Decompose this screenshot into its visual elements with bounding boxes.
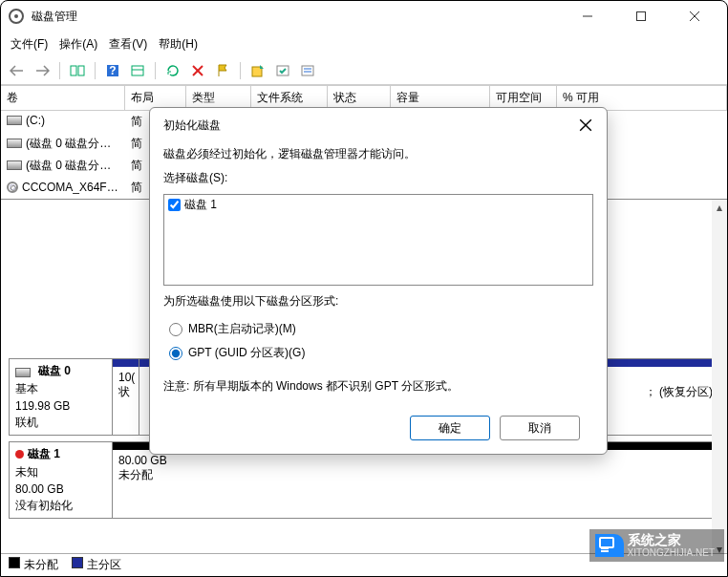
app-icon [9,9,24,24]
toolbar-back-button[interactable] [7,60,28,81]
select-disk-label: 选择磁盘(S): [163,170,593,186]
toolbar-newvol-button[interactable] [247,60,268,81]
initialize-disk-dialog: 初始化磁盘 磁盘必须经过初始化，逻辑磁盘管理器才能访问。 选择磁盘(S): 磁盘… [149,107,608,455]
vertical-scrollbar[interactable]: ▴ ▾ [712,200,727,557]
dialog-intro: 磁盘必须经过初始化，逻辑磁盘管理器才能访问。 [163,146,593,162]
menu-help[interactable]: 帮助(H) [159,36,198,53]
disk-label[interactable]: 磁盘 0 基本 119.98 GB 联机 [10,359,113,435]
toolbar-sep [240,62,241,79]
svg-rect-8 [132,66,143,75]
partition-style-label: 为所选磁盘使用以下磁盘分区形式: [163,293,593,310]
disk-label[interactable]: 磁盘 1 未知 80.00 GB 没有初始化 [10,442,113,518]
menu-action[interactable]: 操作(A) [59,36,97,53]
toolbar-refresh-button[interactable] [162,60,183,81]
menubar: 文件(F) 操作(A) 查看(V) 帮助(H) [1,32,727,56]
disk-listbox[interactable]: 磁盘 1 [163,194,593,286]
toolbar-sep [155,62,156,79]
svg-text:?: ? [109,64,116,77]
svg-rect-4 [71,66,76,75]
ok-button[interactable]: 确定 [410,416,490,440]
legend-swatch-black [9,557,20,568]
watermark-logo-icon [595,534,624,557]
radio-gpt-input[interactable] [169,347,182,360]
col-volume[interactable]: 卷 [1,86,125,110]
toolbar-sep [95,62,96,79]
cancel-button[interactable]: 取消 [500,416,580,440]
toolbar-props-button[interactable] [297,60,318,81]
partition[interactable]: 10(状 [113,359,139,435]
disk-checkbox[interactable] [168,199,181,211]
toolbar-check-button[interactable] [272,60,293,81]
legend-unallocated: 未分配 [9,557,58,573]
toolbar-help-button[interactable]: ? [102,60,123,81]
toolbar-sep [59,62,60,79]
window-title: 磁盘管理 [32,9,570,25]
toolbar-flag-button[interactable] [212,60,233,81]
svg-rect-5 [78,66,84,75]
scroll-up-icon[interactable]: ▴ [712,200,727,215]
svg-rect-1 [637,12,646,21]
watermark: 系统之家 XITONGZHIJIA.NET [589,529,725,562]
partition-bar [113,359,139,367]
cd-icon [7,182,18,193]
legend-primary: 主分区 [72,557,121,573]
menu-file[interactable]: 文件(F) [11,36,48,53]
dialog-close-button[interactable] [576,116,595,135]
toolbar: ? [1,56,727,85]
minimize-button[interactable] [570,5,605,28]
drive-icon [7,160,22,170]
radio-mbr-input[interactable] [169,323,182,336]
titlebar: 磁盘管理 [1,1,727,32]
toolbar-delete-button[interactable] [187,60,208,81]
drive-icon [7,116,22,125]
dialog-title: 初始化磁盘 [163,118,576,134]
drive-icon [7,139,22,148]
drive-icon [15,368,31,377]
legend-swatch-blue [72,557,83,568]
maximize-button[interactable] [624,5,658,28]
radio-gpt[interactable]: GPT (GUID 分区表)(G) [169,345,593,361]
toolbar-forward-button[interactable] [32,60,53,81]
error-icon [15,450,24,459]
svg-rect-14 [302,66,313,75]
partition-style-radios: MBR(主启动记录)(M) GPT (GUID 分区表)(G) [169,321,593,361]
toolbar-panes-button[interactable] [67,60,88,81]
radio-mbr[interactable]: MBR(主启动记录)(M) [169,321,593,337]
toolbar-settings-button[interactable] [127,60,148,81]
dialog-note: 注意: 所有早期版本的 Windows 都不识别 GPT 分区形式。 [163,378,593,395]
close-button[interactable] [677,5,712,28]
menu-view[interactable]: 查看(V) [109,36,147,53]
disk-checkbox-row[interactable]: 磁盘 1 [168,197,589,213]
